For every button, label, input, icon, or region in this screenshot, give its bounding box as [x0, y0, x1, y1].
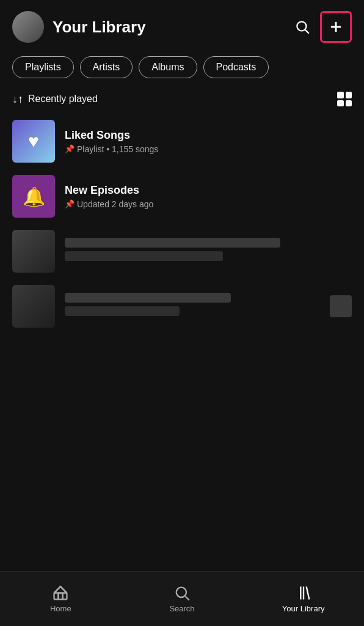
- header: Your Library: [0, 0, 364, 50]
- search-icon: [294, 19, 310, 35]
- list-items: ♥ Liked Songs 📌 Playlist • 1,155 songs 🔔…: [0, 114, 364, 334]
- blurred-extra: [330, 295, 352, 317]
- svg-point-0: [297, 21, 306, 31]
- library-icon: [295, 584, 312, 602]
- blurred-meta-2: [65, 306, 180, 316]
- blurred-art-1: [12, 230, 55, 273]
- tab-podcasts[interactable]: Podcasts: [203, 56, 269, 78]
- plus-icon: [327, 18, 344, 35]
- nav-search-label: Search: [169, 604, 194, 613]
- liked-songs-meta: 📌 Playlist • 1,155 songs: [65, 144, 352, 154]
- liked-songs-info: Liked Songs 📌 Playlist • 1,155 songs: [65, 129, 352, 154]
- tab-playlists[interactable]: Playlists: [12, 56, 74, 78]
- blurred-title-2: [65, 293, 231, 303]
- new-episodes-art: 🔔: [12, 175, 55, 218]
- sort-row: ↓↑ Recently played: [0, 87, 364, 114]
- nav-home-label: Home: [50, 604, 71, 613]
- nav-library[interactable]: Your Library: [242, 584, 364, 613]
- blurred-info-1: [65, 238, 352, 265]
- list-item-blurred-2[interactable]: [12, 279, 352, 334]
- new-episodes-title: New Episodes: [65, 184, 352, 197]
- avatar[interactable]: [12, 11, 44, 43]
- blurred-meta-1: [65, 251, 223, 261]
- home-icon: [52, 584, 69, 602]
- pin-icon-episodes: 📌: [65, 199, 75, 208]
- liked-songs-meta-text: Playlist • 1,155 songs: [77, 144, 158, 154]
- svg-line-6: [185, 596, 189, 600]
- list-item-liked-songs[interactable]: ♥ Liked Songs 📌 Playlist • 1,155 songs: [12, 114, 352, 169]
- header-icons: [289, 11, 352, 43]
- new-episodes-info: New Episodes 📌 Updated 2 days ago: [65, 184, 352, 209]
- tab-albums[interactable]: Albums: [139, 56, 197, 78]
- sort-text: Recently played: [28, 94, 98, 105]
- bell-icon: 🔔: [23, 186, 45, 207]
- tab-artists[interactable]: Artists: [80, 56, 133, 78]
- bottom-nav: Home Search Your Library: [0, 571, 364, 626]
- list-item-blurred-1[interactable]: [12, 224, 352, 279]
- blurred-info-2: [65, 293, 320, 320]
- sort-icon: ↓↑: [12, 93, 23, 106]
- pin-icon-liked: 📌: [65, 144, 75, 153]
- blurred-art-2: [12, 285, 55, 328]
- heart-icon: ♥: [28, 131, 39, 152]
- nav-search[interactable]: Search: [122, 584, 243, 613]
- liked-songs-art: ♥: [12, 120, 55, 163]
- nav-home[interactable]: Home: [0, 584, 122, 613]
- liked-songs-title: Liked Songs: [65, 129, 352, 142]
- filter-tabs: Playlists Artists Albums Podcasts: [0, 50, 364, 87]
- new-episodes-meta-text: Updated 2 days ago: [77, 199, 153, 209]
- svg-point-5: [177, 587, 186, 597]
- nav-library-label: Your Library: [282, 604, 325, 613]
- search-button[interactable]: [289, 14, 315, 40]
- grid-view-button[interactable]: [337, 92, 352, 106]
- sort-label[interactable]: ↓↑ Recently played: [12, 93, 98, 106]
- blurred-title-1: [65, 238, 280, 248]
- add-button[interactable]: [320, 11, 352, 43]
- new-episodes-meta: 📌 Updated 2 days ago: [65, 199, 352, 209]
- svg-rect-4: [54, 593, 67, 600]
- search-nav-icon: [173, 584, 191, 602]
- svg-line-1: [305, 30, 309, 34]
- list-item-new-episodes[interactable]: 🔔 New Episodes 📌 Updated 2 days ago: [12, 169, 352, 224]
- page-title: Your Library: [53, 18, 289, 37]
